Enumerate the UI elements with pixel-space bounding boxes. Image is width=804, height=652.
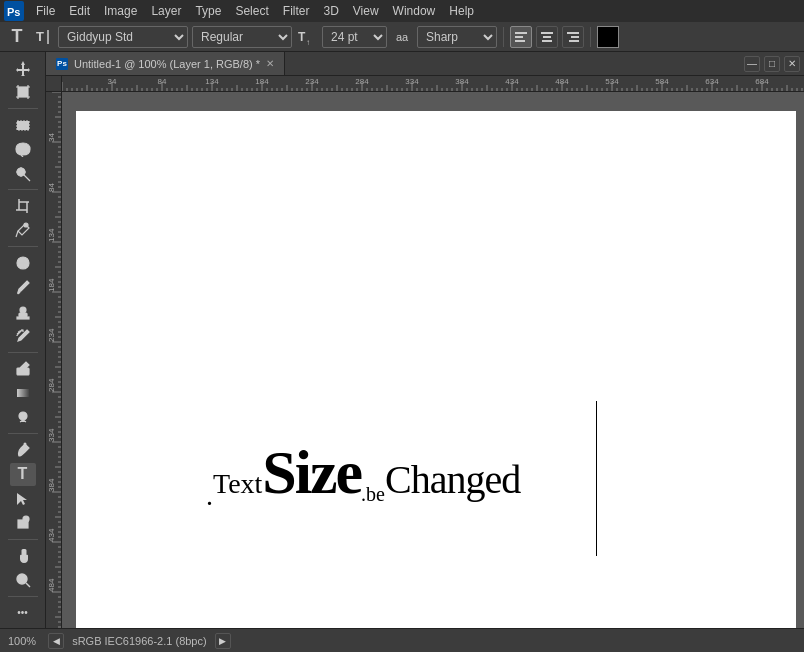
svg-rect-11 — [542, 40, 552, 42]
zoom-level: 100% — [8, 635, 36, 647]
svg-rect-8 — [515, 40, 525, 42]
svg-rect-12 — [567, 32, 579, 34]
svg-rect-14 — [569, 40, 579, 42]
svg-rect-16 — [18, 87, 28, 97]
font-size-dropdown[interactable]: 24 pt 12 pt 18 pt 36 pt — [322, 26, 387, 48]
aa-icon: aa — [391, 26, 413, 48]
svg-text:T: T — [36, 29, 44, 44]
ps-logo: Ps — [4, 1, 24, 21]
canvas-area: Ps Untitled-1 @ 100% (Layer 1, RGB/8) * … — [46, 52, 804, 628]
toolbar-separator-2 — [8, 189, 38, 190]
menu-3d[interactable]: 3D — [317, 2, 344, 20]
svg-marker-49 — [17, 493, 27, 505]
separator-2 — [590, 27, 591, 47]
move-tool-button[interactable] — [10, 56, 36, 79]
heal-tool-button[interactable] — [10, 251, 36, 274]
align-right-button[interactable] — [562, 26, 584, 48]
menu-layer[interactable]: Layer — [145, 2, 187, 20]
type-tool-button[interactable]: T — [10, 463, 36, 486]
align-center-button[interactable] — [536, 26, 558, 48]
gradient-tool-button[interactable] — [10, 381, 36, 404]
marquee-tool-button[interactable] — [10, 113, 36, 136]
pen-tool-button[interactable] — [10, 438, 36, 461]
hand-tool-button[interactable] — [10, 544, 36, 567]
svg-rect-13 — [571, 36, 579, 38]
svg-text:Ps: Ps — [7, 6, 20, 18]
toolbar-separator-3 — [8, 246, 38, 247]
minimize-button[interactable]: — — [744, 56, 760, 72]
shape-tool-button[interactable] — [10, 512, 36, 535]
font-size-icon: T ↑ — [296, 26, 318, 48]
canvas-text-content[interactable]: .TextSize.beChanged — [206, 441, 520, 503]
menu-edit[interactable]: Edit — [63, 2, 96, 20]
brush-tool-button[interactable] — [10, 275, 36, 298]
document-tab-label: Untitled-1 @ 100% (Layer 1, RGB/8) * — [74, 58, 260, 70]
ruler-vertical — [46, 92, 62, 628]
svg-point-48 — [23, 442, 26, 445]
ruler-corner — [46, 76, 62, 92]
ruler-h-canvas — [62, 76, 804, 92]
blur-tool-button[interactable] — [10, 406, 36, 429]
menu-filter[interactable]: Filter — [277, 2, 316, 20]
crop-tool-button[interactable] — [10, 194, 36, 217]
svg-point-42 — [20, 307, 26, 313]
svg-point-38 — [24, 223, 28, 227]
svg-point-51 — [23, 516, 29, 522]
menu-bar: Ps File Edit Image Layer Type Select Fil… — [0, 0, 804, 22]
status-color-profile: sRGB IEC61966-2.1 (8bpc) — [72, 635, 207, 647]
options-bar: T T Giddyup Std Arial Times New Roman Re… — [0, 22, 804, 52]
document-canvas[interactable]: .TextSize.beChanged — [76, 111, 796, 628]
toolbar-separator-6 — [8, 539, 38, 540]
document-tab-bar: Ps Untitled-1 @ 100% (Layer 1, RGB/8) * … — [46, 52, 804, 76]
ruler-horizontal — [62, 76, 804, 92]
canvas-viewport[interactable]: .TextSize.beChanged — [46, 76, 804, 628]
text-orient-toggle[interactable]: T — [32, 26, 54, 48]
document-tab[interactable]: Ps Untitled-1 @ 100% (Layer 1, RGB/8) * … — [46, 52, 285, 75]
text-color-swatch[interactable] — [597, 26, 619, 48]
toolbar-separator-7 — [8, 596, 38, 597]
align-left-button[interactable] — [510, 26, 532, 48]
artboard-tool-button[interactable] — [10, 80, 36, 103]
svg-line-27 — [24, 175, 30, 181]
status-arrow-right[interactable]: ▶ — [215, 633, 231, 649]
svg-rect-44 — [17, 317, 29, 319]
document-tab-close[interactable]: ✕ — [266, 58, 274, 69]
svg-rect-43 — [19, 313, 27, 317]
document-tab-controls: — □ ✕ — [744, 56, 804, 72]
menu-type[interactable]: Type — [189, 2, 227, 20]
magic-wand-button[interactable] — [10, 162, 36, 185]
menu-help[interactable]: Help — [443, 2, 480, 20]
maximize-button[interactable]: □ — [764, 56, 780, 72]
svg-rect-25 — [17, 121, 29, 130]
more-tools-button[interactable]: ••• — [10, 601, 36, 624]
menu-window[interactable]: Window — [387, 2, 442, 20]
status-arrow-left[interactable]: ◀ — [48, 633, 64, 649]
lasso-tool-button[interactable] — [10, 137, 36, 160]
svg-rect-7 — [515, 36, 523, 38]
svg-point-28 — [17, 168, 25, 176]
svg-point-47 — [19, 412, 27, 420]
eraser-tool-button[interactable] — [10, 357, 36, 380]
toolbar-separator-4 — [8, 352, 38, 353]
svg-line-37 — [16, 231, 18, 237]
stamp-tool-button[interactable] — [10, 300, 36, 323]
text-cursor — [596, 401, 597, 556]
svg-text:↑: ↑ — [306, 38, 310, 47]
zoom-tool-button[interactable] — [10, 568, 36, 591]
history-brush-button[interactable] — [10, 324, 36, 347]
svg-rect-6 — [515, 32, 527, 34]
menu-view[interactable]: View — [347, 2, 385, 20]
menu-select[interactable]: Select — [229, 2, 274, 20]
antialiasing-dropdown[interactable]: Sharp Crisp Strong Smooth None — [417, 26, 497, 48]
menu-file[interactable]: File — [30, 2, 61, 20]
svg-rect-10 — [543, 36, 551, 38]
svg-rect-9 — [541, 32, 553, 34]
font-family-dropdown[interactable]: Giddyup Std Arial Times New Roman — [58, 26, 188, 48]
document-ps-icon: Ps — [56, 58, 68, 70]
svg-marker-15 — [16, 61, 30, 76]
font-style-dropdown[interactable]: Regular Bold Italic — [192, 26, 292, 48]
path-select-button[interactable] — [10, 487, 36, 510]
eyedropper-button[interactable] — [10, 219, 36, 242]
close-button[interactable]: ✕ — [784, 56, 800, 72]
menu-image[interactable]: Image — [98, 2, 143, 20]
